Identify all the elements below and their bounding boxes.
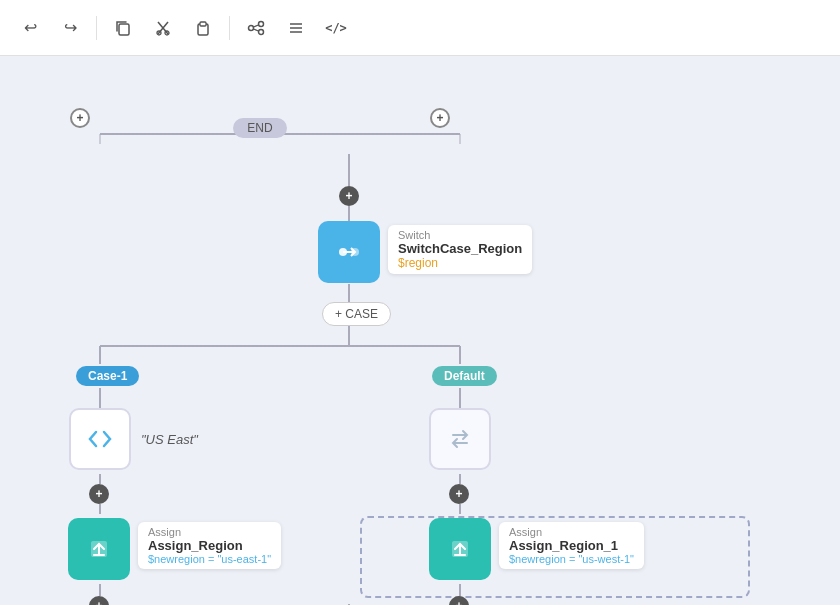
assign2-wrapper: Assign Assign_Region_1 $newregion = "us-… [429,518,491,580]
switch-icon [335,238,363,266]
add-case-button[interactable]: + CASE [322,302,391,326]
flow-button[interactable] [238,10,274,46]
svg-point-7 [249,25,254,30]
assign2-name: Assign_Region_1 [509,538,634,553]
plus-below-assign2[interactable]: + [449,596,469,605]
copy-icon [114,19,132,37]
assign2-val: $newregion = "us-west-1" [509,553,634,565]
plus-top-right[interactable]: + [430,108,450,128]
assign1-wrapper: Assign Assign_Region $newregion = "us-ea… [68,518,130,580]
code-value: "US East" [141,432,198,447]
assign2-node[interactable] [429,518,491,580]
canvas: + END + + Switch SwitchCase_Region $regi… [0,56,840,605]
plus-below-assign1[interactable]: + [89,596,109,605]
assign1-label: Assign Assign_Region $newregion = "us-ea… [138,522,281,569]
copy-button[interactable] [105,10,141,46]
svg-rect-6 [200,22,206,26]
assign2-icon [446,535,474,563]
list-button[interactable] [278,10,314,46]
default-node[interactable] [429,408,491,470]
toolbar: ↩ ↪ [0,0,840,56]
switch-type: Switch [398,229,522,241]
code-node[interactable] [69,408,131,470]
code-node-wrapper: "US East" [69,408,198,470]
divider-1 [96,16,97,40]
paste-button[interactable] [185,10,221,46]
svg-point-9 [259,29,264,34]
switch-name: SwitchCase_Region [398,241,522,256]
code-chevrons-icon [86,428,114,450]
assign1-node[interactable] [68,518,130,580]
default-pill: Default [432,366,497,386]
switch-node-wrapper: Switch SwitchCase_Region $region [318,221,380,283]
switch-var: $region [398,256,522,270]
switch-node[interactable] [318,221,380,283]
assign1-type: Assign [148,526,271,538]
redo-button[interactable]: ↪ [52,10,88,46]
case1-pill: Case-1 [76,366,139,386]
top-end-row: + END + [80,118,440,138]
assign1-name: Assign_Region [148,538,271,553]
undo-button[interactable]: ↩ [12,10,48,46]
assign2-label: Assign Assign_Region_1 $newregion = "us-… [499,522,644,569]
transfer-icon [446,425,474,453]
cut-button[interactable] [145,10,181,46]
divider-2 [229,16,230,40]
svg-line-11 [254,29,259,31]
list-icon [287,19,305,37]
plus-below-end[interactable]: + [339,186,359,206]
assign1-icon [85,535,113,563]
assign2-type: Assign [509,526,634,538]
plus-top-left[interactable]: + [70,108,90,128]
svg-point-8 [259,21,264,26]
case-button-wrapper: + CASE [322,302,391,326]
plus-below-default[interactable]: + [449,484,469,504]
svg-rect-0 [119,24,129,35]
default-node-wrapper [429,408,491,470]
paste-icon [194,19,212,37]
cut-icon [154,19,172,37]
switch-label: Switch SwitchCase_Region $region [388,225,532,274]
svg-line-10 [254,25,259,27]
assign1-val: $newregion = "us-east-1" [148,553,271,565]
end-pill-top: END [233,118,286,138]
plus-below-code[interactable]: + [89,484,109,504]
code-view-button[interactable]: </> [318,10,354,46]
flow-icon [247,19,265,37]
